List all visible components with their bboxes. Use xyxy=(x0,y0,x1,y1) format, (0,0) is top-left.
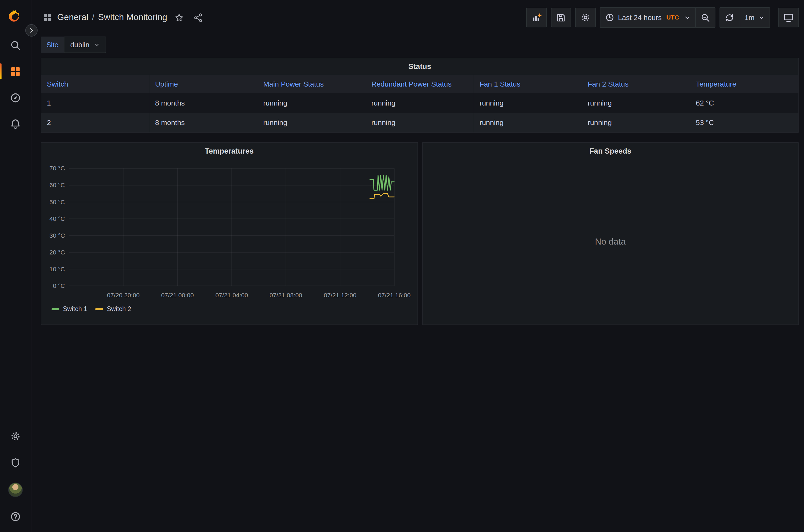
sidebar-bottom xyxy=(0,423,31,532)
add-panel-icon xyxy=(531,12,542,22)
temperatures-legend: Switch 1Switch 2 xyxy=(51,306,417,313)
column-header[interactable]: Fan 2 Status xyxy=(582,75,690,93)
grafana-logo[interactable] xyxy=(7,8,24,25)
temperatures-panel: Temperatures 0 °C10 °C20 °C30 °C40 °C50 … xyxy=(41,142,418,325)
table-cell: running xyxy=(366,113,474,132)
sidebar-item-configuration[interactable] xyxy=(0,423,31,450)
series-switch-2 xyxy=(370,194,394,199)
legend-item-switch-2[interactable]: Switch 2 xyxy=(95,306,131,313)
time-range-picker[interactable]: Last 24 hours UTC xyxy=(601,8,695,27)
zoom-out-time-button[interactable] xyxy=(695,8,715,27)
user-avatar xyxy=(8,482,22,497)
sidebar-item-alerting[interactable] xyxy=(0,111,31,137)
sidebar-item-explore[interactable] xyxy=(0,84,31,111)
alerting-bell-icon xyxy=(10,118,21,129)
no-data-message: No data xyxy=(422,159,798,325)
svg-text:60 °C: 60 °C xyxy=(50,182,65,189)
sidebar-item-server-admin[interactable] xyxy=(0,450,31,476)
toolbar-controls: Last 24 hours UTC xyxy=(526,7,799,28)
favorite-star-icon[interactable] xyxy=(174,13,184,22)
temperatures-chart-wrap: 0 °C10 °C20 °C30 °C40 °C50 °C60 °C70 °C0… xyxy=(41,159,417,302)
grafana-app: General / Switch Monitoring xyxy=(0,0,804,532)
search-icon xyxy=(10,39,21,51)
chevron-down-icon xyxy=(93,42,99,48)
column-header[interactable]: Switch xyxy=(41,75,149,93)
time-picker-group: Last 24 hours UTC xyxy=(600,7,715,28)
column-header[interactable]: Uptime xyxy=(149,75,257,93)
status-panel-title[interactable]: Status xyxy=(41,58,798,75)
refresh-interval-picker[interactable]: 1m xyxy=(739,8,770,27)
clock-icon xyxy=(605,13,615,22)
status-table-body: 18 monthsrunningrunningrunningrunning62 … xyxy=(41,93,798,132)
refresh-button[interactable] xyxy=(720,8,739,27)
svg-text:50 °C: 50 °C xyxy=(50,199,65,206)
svg-text:30 °C: 30 °C xyxy=(50,232,65,239)
sidebar-item-profile[interactable] xyxy=(0,476,31,503)
template-variables-row: Site dublin xyxy=(41,37,799,53)
svg-text:07/21 12:00: 07/21 12:00 xyxy=(324,292,357,299)
configuration-gear-icon xyxy=(10,431,21,442)
table-cell: running xyxy=(258,93,366,113)
table-cell: 2 xyxy=(41,113,149,132)
column-header[interactable]: Redundant Power Status xyxy=(366,75,474,93)
table-cell: running xyxy=(582,93,690,113)
variable-site-value: dublin xyxy=(70,41,89,49)
tv-monitor-icon xyxy=(783,12,793,22)
table-cell: running xyxy=(258,113,366,132)
timezone-label: UTC xyxy=(666,14,679,21)
sidebar-item-search[interactable] xyxy=(0,32,31,58)
variable-site-picker[interactable]: dublin xyxy=(64,37,106,53)
table-cell: 8 months xyxy=(149,93,257,113)
zoom-out-icon xyxy=(700,13,710,22)
status-table: SwitchUptimeMain Power StatusRedundant P… xyxy=(41,75,798,132)
table-cell: running xyxy=(366,93,474,113)
dashboard-settings-button[interactable] xyxy=(575,8,596,27)
kiosk-mode-button[interactable] xyxy=(778,8,799,27)
help-icon xyxy=(10,511,21,522)
breadcrumb-folder[interactable]: General xyxy=(57,12,88,22)
sidebar-item-help[interactable] xyxy=(0,503,31,530)
series-switch-1 xyxy=(370,175,394,190)
status-table-header: SwitchUptimeMain Power StatusRedundant P… xyxy=(41,75,798,93)
main-area: General / Switch Monitoring xyxy=(31,0,804,532)
table-cell: 1 xyxy=(41,93,149,113)
dashboard-toolbar: General / Switch Monitoring xyxy=(31,0,804,35)
chevron-right-icon xyxy=(28,27,34,33)
column-header[interactable]: Fan 1 Status xyxy=(474,75,582,93)
save-dashboard-button[interactable] xyxy=(551,8,571,27)
share-icon[interactable] xyxy=(194,13,203,22)
table-cell: 53 °C xyxy=(690,113,799,132)
sidebar-item-dashboards[interactable] xyxy=(0,58,31,84)
refresh-icon xyxy=(725,13,734,22)
svg-text:07/21 04:00: 07/21 04:00 xyxy=(215,292,248,299)
table-cell: running xyxy=(582,113,690,132)
fan-speeds-panel-title[interactable]: Fan Speeds xyxy=(422,142,798,159)
legend-item-switch-1[interactable]: Switch 1 xyxy=(51,306,87,313)
table-row: 28 monthsrunningrunningrunningrunning53 … xyxy=(41,113,798,132)
sidebar-nav xyxy=(0,32,31,137)
time-range-label: Last 24 hours xyxy=(618,14,661,22)
breadcrumb-separator: / xyxy=(92,12,95,22)
add-panel-button[interactable] xyxy=(526,8,547,27)
breadcrumb-dashboard-title[interactable]: Switch Monitoring xyxy=(98,12,167,22)
svg-text:0 °C: 0 °C xyxy=(53,283,65,289)
sidebar xyxy=(0,0,31,532)
save-icon xyxy=(556,13,566,22)
chevron-down-icon xyxy=(683,14,690,21)
column-header[interactable]: Temperature xyxy=(690,75,799,93)
refresh-interval-value: 1m xyxy=(745,14,754,22)
variable-site-label: Site xyxy=(41,37,64,53)
temperatures-chart: 0 °C10 °C20 °C30 °C40 °C50 °C60 °C70 °C0… xyxy=(45,162,413,302)
sidebar-expand-button[interactable] xyxy=(25,24,38,37)
column-header[interactable]: Main Power Status xyxy=(258,75,366,93)
temperatures-panel-title[interactable]: Temperatures xyxy=(41,142,417,159)
svg-text:70 °C: 70 °C xyxy=(50,165,65,172)
svg-text:40 °C: 40 °C xyxy=(50,215,65,222)
svg-text:07/21 16:00: 07/21 16:00 xyxy=(378,292,411,299)
table-cell: running xyxy=(474,93,582,113)
dashboard-content: Site dublin Status SwitchUptimeMain Powe… xyxy=(31,35,804,325)
chevron-down-icon xyxy=(758,14,765,21)
table-row: 18 monthsrunningrunningrunningrunning62 … xyxy=(41,93,798,113)
server-admin-shield-icon xyxy=(10,457,21,469)
dashboards-icon xyxy=(10,66,21,77)
